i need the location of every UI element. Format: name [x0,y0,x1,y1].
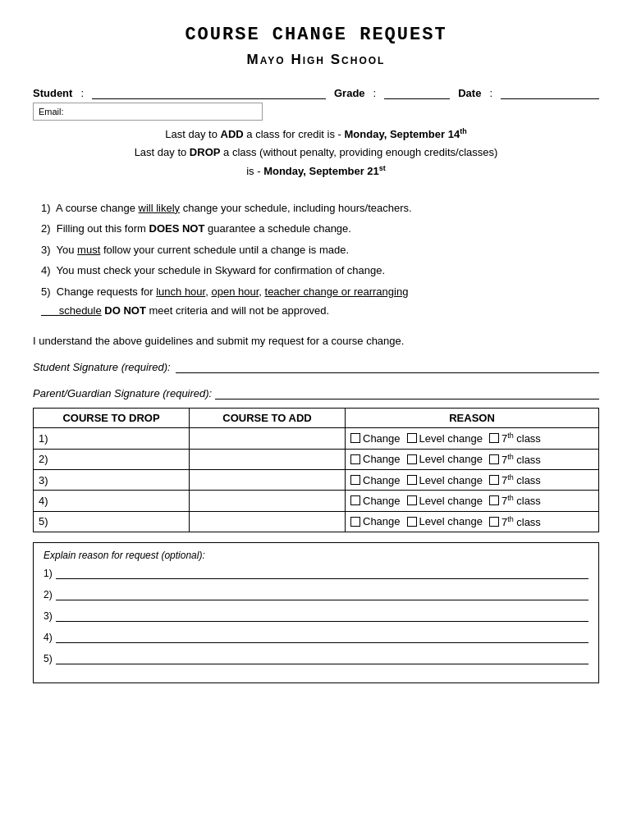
explain-line [56,566,588,579]
col-header-add: COURSE TO ADD [190,409,346,428]
guideline-3: 3) You must follow your current schedule… [41,240,599,259]
checkbox-label: 7th class [501,453,541,466]
checkbox-label: Change [363,495,401,507]
reason-option-1[interactable]: Level change [407,515,483,527]
email-label: Email: [39,107,64,116]
course-drop-cell: 5) [34,511,190,532]
reason-cell: ChangeLevel change7th class [346,428,599,449]
explain-row-num: 2) [44,589,53,600]
col-header-drop: COURSE TO DROP [34,409,190,428]
reason-option-2[interactable]: 7th class [489,494,541,507]
reason-option-0[interactable]: Change [350,515,401,527]
checkbox-box[interactable] [407,495,417,505]
reason-cell: ChangeLevel change7th class [346,491,599,511]
acknowledge-text: I understand the above guidelines and su… [33,335,599,347]
explain-line [56,609,588,622]
guideline-5: 5) Change requests for lunch hour, open … [41,282,599,321]
checkbox-label: 7th class [501,515,541,528]
student-info-row: Student : Grade : Date : [33,84,599,99]
parent-sig-line [215,385,599,399]
checkbox-box[interactable] [350,517,360,527]
explain-row-num: 3) [44,610,53,622]
reason-option-0[interactable]: Change [350,495,401,507]
checkbox-label: Level change [419,474,483,486]
school-name: Mayo High School [33,52,599,68]
explain-row-num: 5) [44,653,53,664]
guidelines: 1) A course change will likely change yo… [33,199,599,320]
explain-row: 1) [44,566,588,579]
dates-info: Last day to ADD a class for credit is - … [33,126,599,180]
reason-option-2[interactable]: 7th class [489,515,541,528]
checkbox-box[interactable] [489,433,499,443]
explain-row-num: 4) [44,632,53,643]
reason-cell: ChangeLevel change7th class [346,469,599,490]
course-add-cell [190,491,346,511]
checkbox-box[interactable] [350,454,360,464]
checkbox-label: Level change [419,515,483,527]
reason-option-1[interactable]: Level change [407,474,483,486]
explain-title: Explain reason for request (optional): [44,550,588,561]
reason-option-1[interactable]: Level change [407,453,483,465]
reason-option-2[interactable]: 7th class [489,431,541,445]
col-header-reason: REASON [346,409,599,428]
checkbox-box[interactable] [489,495,499,505]
course-drop-cell: 4) [34,491,190,511]
page-title: COURSE CHANGE REQUEST [33,25,599,45]
guideline-1: 1) A course change will likely change yo… [41,199,599,217]
reason-option-0[interactable]: Change [350,474,401,486]
parent-sig-label: Parent/Guardian Signature (required): [33,387,212,399]
checkbox-label: 7th class [501,473,541,486]
reason-cell: ChangeLevel change7th class [346,449,599,469]
guideline-4: 4) You must check your schedule in Skywa… [41,261,599,280]
checkbox-box[interactable] [350,475,360,485]
student-sig-label: Student Signature (required): [33,361,171,373]
explain-line [56,630,588,643]
student-name-field [92,84,326,99]
grade-field [384,84,450,99]
student-signature-row: Student Signature (required): [33,358,599,373]
checkbox-box[interactable] [489,454,499,464]
checkbox-label: Change [363,432,401,445]
reason-cell: ChangeLevel change7th class [346,511,599,532]
date-field [501,84,599,99]
reason-option-1[interactable]: Level change [407,432,483,445]
guideline-2: 2) Filling out this form DOES NOT guaran… [41,219,599,238]
checkbox-box[interactable] [350,495,360,505]
course-add-cell [190,511,346,532]
checkbox-label: Change [363,515,401,527]
reason-option-2[interactable]: 7th class [489,453,541,466]
checkbox-label: 7th class [501,431,541,445]
checkbox-box[interactable] [350,433,360,443]
checkbox-label: 7th class [501,494,541,507]
checkbox-box[interactable] [407,454,417,464]
checkbox-box[interactable] [407,517,417,527]
course-drop-cell: 3) [34,469,190,490]
checkbox-box[interactable] [407,475,417,485]
checkbox-box[interactable] [407,433,417,443]
reason-option-1[interactable]: Level change [407,495,483,507]
reason-option-2[interactable]: 7th class [489,473,541,486]
grade-label: Grade [334,87,365,99]
checkbox-box[interactable] [489,475,499,485]
reason-option-0[interactable]: Change [350,432,401,445]
checkbox-label: Change [363,453,401,465]
checkbox-box[interactable] [489,517,499,527]
student-label: Student [33,87,72,99]
explain-line [56,651,588,664]
explain-row-num: 1) [44,568,53,579]
reason-option-0[interactable]: Change [350,453,401,465]
explain-row: 5) [44,651,588,664]
explain-box: Explain reason for request (optional): 1… [33,542,599,683]
checkbox-label: Level change [419,432,483,445]
course-drop-cell: 1) [34,428,190,449]
course-table: COURSE TO DROP COURSE TO ADD REASON 1)Ch… [33,408,599,532]
date-label: Date [458,87,481,99]
email-box: Email: [33,103,263,121]
explain-row: 4) [44,630,588,643]
checkbox-label: Change [363,474,401,486]
explain-row: 2) [44,587,588,600]
course-add-cell [190,469,346,490]
explain-line [56,587,588,600]
parent-signature-row: Parent/Guardian Signature (required): [33,385,599,399]
checkbox-label: Level change [419,495,483,507]
